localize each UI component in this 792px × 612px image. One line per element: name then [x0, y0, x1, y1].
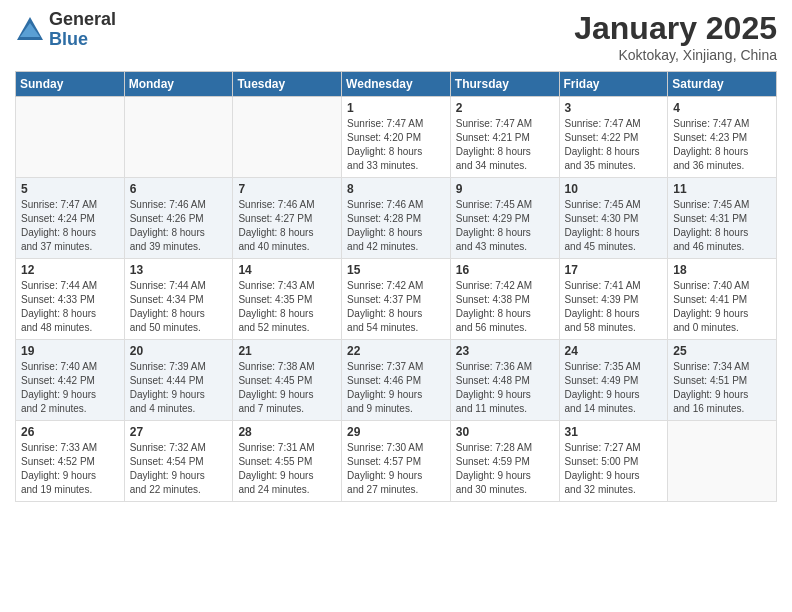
table-row: 17Sunrise: 7:41 AM Sunset: 4:39 PM Dayli…	[559, 259, 668, 340]
header-monday: Monday	[124, 72, 233, 97]
day-info: Sunrise: 7:36 AM Sunset: 4:48 PM Dayligh…	[456, 360, 554, 416]
title-block: January 2025 Koktokay, Xinjiang, China	[574, 10, 777, 63]
day-number: 28	[238, 425, 336, 439]
calendar-week-row: 5Sunrise: 7:47 AM Sunset: 4:24 PM Daylig…	[16, 178, 777, 259]
day-number: 29	[347, 425, 445, 439]
day-info: Sunrise: 7:46 AM Sunset: 4:26 PM Dayligh…	[130, 198, 228, 254]
table-row: 30Sunrise: 7:28 AM Sunset: 4:59 PM Dayli…	[450, 421, 559, 502]
day-number: 13	[130, 263, 228, 277]
day-number: 25	[673, 344, 771, 358]
day-number: 8	[347, 182, 445, 196]
day-number: 22	[347, 344, 445, 358]
weekday-header-row: Sunday Monday Tuesday Wednesday Thursday…	[16, 72, 777, 97]
day-info: Sunrise: 7:40 AM Sunset: 4:42 PM Dayligh…	[21, 360, 119, 416]
day-info: Sunrise: 7:47 AM Sunset: 4:23 PM Dayligh…	[673, 117, 771, 173]
day-number: 7	[238, 182, 336, 196]
header-tuesday: Tuesday	[233, 72, 342, 97]
day-info: Sunrise: 7:45 AM Sunset: 4:31 PM Dayligh…	[673, 198, 771, 254]
calendar-week-row: 19Sunrise: 7:40 AM Sunset: 4:42 PM Dayli…	[16, 340, 777, 421]
day-number: 18	[673, 263, 771, 277]
day-info: Sunrise: 7:47 AM Sunset: 4:24 PM Dayligh…	[21, 198, 119, 254]
location: Koktokay, Xinjiang, China	[574, 47, 777, 63]
table-row: 23Sunrise: 7:36 AM Sunset: 4:48 PM Dayli…	[450, 340, 559, 421]
day-info: Sunrise: 7:42 AM Sunset: 4:37 PM Dayligh…	[347, 279, 445, 335]
day-info: Sunrise: 7:44 AM Sunset: 4:34 PM Dayligh…	[130, 279, 228, 335]
table-row	[668, 421, 777, 502]
calendar-week-row: 26Sunrise: 7:33 AM Sunset: 4:52 PM Dayli…	[16, 421, 777, 502]
table-row: 11Sunrise: 7:45 AM Sunset: 4:31 PM Dayli…	[668, 178, 777, 259]
day-info: Sunrise: 7:47 AM Sunset: 4:20 PM Dayligh…	[347, 117, 445, 173]
day-info: Sunrise: 7:38 AM Sunset: 4:45 PM Dayligh…	[238, 360, 336, 416]
table-row: 14Sunrise: 7:43 AM Sunset: 4:35 PM Dayli…	[233, 259, 342, 340]
day-number: 10	[565, 182, 663, 196]
day-info: Sunrise: 7:42 AM Sunset: 4:38 PM Dayligh…	[456, 279, 554, 335]
header-wednesday: Wednesday	[342, 72, 451, 97]
logo: General Blue	[15, 10, 116, 50]
month-title: January 2025	[574, 10, 777, 47]
logo-icon	[15, 15, 45, 45]
table-row: 13Sunrise: 7:44 AM Sunset: 4:34 PM Dayli…	[124, 259, 233, 340]
table-row: 3Sunrise: 7:47 AM Sunset: 4:22 PM Daylig…	[559, 97, 668, 178]
table-row: 26Sunrise: 7:33 AM Sunset: 4:52 PM Dayli…	[16, 421, 125, 502]
day-number: 24	[565, 344, 663, 358]
day-info: Sunrise: 7:40 AM Sunset: 4:41 PM Dayligh…	[673, 279, 771, 335]
header-friday: Friday	[559, 72, 668, 97]
day-number: 3	[565, 101, 663, 115]
table-row: 10Sunrise: 7:45 AM Sunset: 4:30 PM Dayli…	[559, 178, 668, 259]
table-row: 19Sunrise: 7:40 AM Sunset: 4:42 PM Dayli…	[16, 340, 125, 421]
table-row: 15Sunrise: 7:42 AM Sunset: 4:37 PM Dayli…	[342, 259, 451, 340]
day-number: 31	[565, 425, 663, 439]
day-number: 21	[238, 344, 336, 358]
day-number: 23	[456, 344, 554, 358]
day-number: 4	[673, 101, 771, 115]
day-info: Sunrise: 7:46 AM Sunset: 4:27 PM Dayligh…	[238, 198, 336, 254]
day-info: Sunrise: 7:32 AM Sunset: 4:54 PM Dayligh…	[130, 441, 228, 497]
day-number: 6	[130, 182, 228, 196]
day-number: 19	[21, 344, 119, 358]
table-row: 8Sunrise: 7:46 AM Sunset: 4:28 PM Daylig…	[342, 178, 451, 259]
day-number: 9	[456, 182, 554, 196]
day-info: Sunrise: 7:33 AM Sunset: 4:52 PM Dayligh…	[21, 441, 119, 497]
table-row: 5Sunrise: 7:47 AM Sunset: 4:24 PM Daylig…	[16, 178, 125, 259]
day-info: Sunrise: 7:43 AM Sunset: 4:35 PM Dayligh…	[238, 279, 336, 335]
header: General Blue January 2025 Koktokay, Xinj…	[15, 10, 777, 63]
day-number: 15	[347, 263, 445, 277]
logo-general: General	[49, 10, 116, 30]
table-row	[124, 97, 233, 178]
table-row: 9Sunrise: 7:45 AM Sunset: 4:29 PM Daylig…	[450, 178, 559, 259]
day-number: 30	[456, 425, 554, 439]
day-number: 11	[673, 182, 771, 196]
logo-text: General Blue	[49, 10, 116, 50]
day-number: 2	[456, 101, 554, 115]
table-row: 12Sunrise: 7:44 AM Sunset: 4:33 PM Dayli…	[16, 259, 125, 340]
day-info: Sunrise: 7:47 AM Sunset: 4:21 PM Dayligh…	[456, 117, 554, 173]
day-info: Sunrise: 7:46 AM Sunset: 4:28 PM Dayligh…	[347, 198, 445, 254]
table-row: 16Sunrise: 7:42 AM Sunset: 4:38 PM Dayli…	[450, 259, 559, 340]
calendar-week-row: 12Sunrise: 7:44 AM Sunset: 4:33 PM Dayli…	[16, 259, 777, 340]
table-row: 28Sunrise: 7:31 AM Sunset: 4:55 PM Dayli…	[233, 421, 342, 502]
table-row: 18Sunrise: 7:40 AM Sunset: 4:41 PM Dayli…	[668, 259, 777, 340]
day-info: Sunrise: 7:27 AM Sunset: 5:00 PM Dayligh…	[565, 441, 663, 497]
day-number: 14	[238, 263, 336, 277]
logo-blue: Blue	[49, 30, 116, 50]
table-row	[16, 97, 125, 178]
table-row: 22Sunrise: 7:37 AM Sunset: 4:46 PM Dayli…	[342, 340, 451, 421]
day-info: Sunrise: 7:30 AM Sunset: 4:57 PM Dayligh…	[347, 441, 445, 497]
day-info: Sunrise: 7:34 AM Sunset: 4:51 PM Dayligh…	[673, 360, 771, 416]
calendar-container: General Blue January 2025 Koktokay, Xinj…	[0, 0, 792, 507]
table-row: 25Sunrise: 7:34 AM Sunset: 4:51 PM Dayli…	[668, 340, 777, 421]
table-row: 7Sunrise: 7:46 AM Sunset: 4:27 PM Daylig…	[233, 178, 342, 259]
day-info: Sunrise: 7:39 AM Sunset: 4:44 PM Dayligh…	[130, 360, 228, 416]
day-number: 5	[21, 182, 119, 196]
table-row: 29Sunrise: 7:30 AM Sunset: 4:57 PM Dayli…	[342, 421, 451, 502]
calendar-table: Sunday Monday Tuesday Wednesday Thursday…	[15, 71, 777, 502]
header-saturday: Saturday	[668, 72, 777, 97]
day-info: Sunrise: 7:35 AM Sunset: 4:49 PM Dayligh…	[565, 360, 663, 416]
day-info: Sunrise: 7:47 AM Sunset: 4:22 PM Dayligh…	[565, 117, 663, 173]
day-number: 20	[130, 344, 228, 358]
table-row: 21Sunrise: 7:38 AM Sunset: 4:45 PM Dayli…	[233, 340, 342, 421]
day-number: 16	[456, 263, 554, 277]
table-row: 6Sunrise: 7:46 AM Sunset: 4:26 PM Daylig…	[124, 178, 233, 259]
day-info: Sunrise: 7:31 AM Sunset: 4:55 PM Dayligh…	[238, 441, 336, 497]
day-number: 26	[21, 425, 119, 439]
